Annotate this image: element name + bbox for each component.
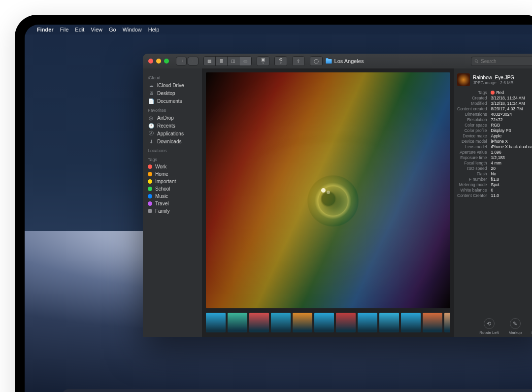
content-area [202,68,454,337]
meta-key: Flash [457,171,487,176]
list-view-button[interactable]: ≣ [216,57,228,65]
sidebar: iCloud☁︎iCloud Drive🖥Desktop📄DocumentsFa… [143,68,202,337]
sidebar-item-downloads[interactable]: ⬇︎Downloads [143,137,202,145]
file-kind: JPEG image - 2.6 MB [473,80,514,85]
desktop-icon: 🖥 [148,90,154,96]
thumbnail[interactable] [271,313,291,332]
forward-button[interactable]: 〉 [188,57,199,65]
meta-value: 8/23/17, 4:03 PM [491,106,532,111]
sidebar-header: iCloud [143,72,202,81]
svg-line-1 [477,62,478,63]
window-title-text: Los Angeles [334,58,364,64]
preview-panel: Rainbow_Eye.JPG JPEG image - 2.6 MB Tags… [454,68,532,337]
menubar-items: FileEditViewGoWindowHelp [60,27,160,33]
quick-action-rotate-left[interactable]: ⟲Rotate Left [479,318,499,335]
sidebar-label: Home [155,171,168,177]
menubar-app[interactable]: Finder [37,27,54,33]
close-icon[interactable] [148,59,153,64]
meta-key: Color profile [457,128,487,133]
share-button[interactable]: ⇪ [293,57,304,65]
sidebar-item-icloud-drive[interactable]: ☁︎iCloud Drive [143,81,202,89]
meta-value: Spot [491,182,532,187]
meta-key: Created [457,96,487,100]
tag-dot-icon [148,164,152,169]
thumbnail[interactable] [314,313,334,332]
sidebar-item-desktop[interactable]: 🖥Desktop [143,89,202,97]
thumbnail[interactable] [293,313,312,332]
zoom-icon[interactable] [164,59,169,64]
thumbnail[interactable] [206,313,226,332]
meta-value: Display P3 [491,128,532,133]
meta-key: Dimensions [457,112,487,117]
thumbnail[interactable] [444,313,450,332]
sidebar-label: Applications [157,131,184,136]
thumbnail[interactable] [358,313,377,332]
sidebar-item-documents[interactable]: 📄Documents [143,97,202,105]
tag-dot-icon [148,187,152,191]
svg-point-0 [475,60,477,62]
thumbnail[interactable] [423,313,442,332]
sidebar-label: Desktop [157,91,175,96]
sidebar-item-applications[interactable]: ⒶApplications [143,130,202,137]
meta-value: Apple [491,133,532,138]
tag-dot-icon [148,209,152,213]
down-icon: ⬇︎ [148,138,154,144]
quick-action-markup[interactable]: ✎Markup [508,318,522,335]
meta-value: 11.0 [491,193,532,198]
icon-view-button[interactable]: ▦ [204,57,216,65]
sidebar-item-home[interactable]: Home [143,170,202,178]
sidebar-item-music[interactable]: Music [143,193,202,200]
search-icon [474,59,479,64]
sidebar-label: Important [155,179,176,184]
column-view-button[interactable]: ◫ [228,57,239,65]
menu-go[interactable]: Go [109,27,116,33]
thumbnail[interactable] [228,313,247,332]
sidebar-header: Favorites [143,105,202,114]
meta-value: 3/12/18, 11:34 AM [491,96,532,100]
meta-key: Focal length [457,161,487,165]
thumbnail[interactable] [249,313,269,332]
desktop: Finder FileEditViewGoWindowHelp 〈 〉 ▦ ≣ … [25,25,532,392]
file-name: Rainbow_Eye.JPG [473,75,514,80]
sidebar-item-recents[interactable]: 🕘Recents [143,122,202,130]
meta-value: f/1.8 [491,177,532,182]
group-button[interactable]: ▣ ˅ [257,57,269,65]
thumbnail[interactable] [379,313,399,332]
sidebar-label: Family [155,208,169,214]
sidebar-label: iCloud Drive [157,83,184,88]
menu-window[interactable]: Window [123,27,142,33]
search-input[interactable]: Search [471,57,532,66]
sidebar-item-important[interactable]: Important [143,178,202,185]
sidebar-item-work[interactable]: Work [143,163,202,170]
minimize-icon[interactable] [156,59,161,64]
tags-value[interactable]: Red [491,90,532,95]
meta-value: iPhone X [491,139,532,144]
thumbnail-strip [206,312,450,333]
sidebar-item-family[interactable]: Family [143,207,202,215]
sidebar-item-travel[interactable]: Travel [143,200,202,207]
meta-key: Aperture value [457,150,487,155]
window-controls [143,59,169,64]
action-button[interactable]: ⚙ ˅ [275,57,287,65]
meta-key: Metering mode [457,182,487,187]
thumbnail[interactable] [336,313,356,332]
tags-button[interactable]: ◯ [310,57,322,65]
gallery-preview[interactable] [206,72,450,308]
meta-value: 4 mm [491,161,532,165]
sidebar-item-school[interactable]: School [143,185,202,193]
sidebar-item-airdrop[interactable]: ◎AirDrop [143,114,202,122]
quick-actions: ⟲Rotate Left✎Markup⋯More... [479,318,532,335]
menu-file[interactable]: File [60,27,69,33]
meta-key: Color space [457,123,487,128]
meta-value: iPhone X back dual camera 4mm f/1.8 [491,144,532,149]
menu-view[interactable]: View [91,27,102,33]
thumbnail[interactable] [401,313,421,332]
menu-edit[interactable]: Edit [75,27,84,33]
back-button[interactable]: 〈 [176,57,187,65]
meta-key: Lens model [457,144,487,149]
gallery-view-button[interactable]: ▭ [239,57,251,65]
meta-key: Content Creator [457,193,487,198]
meta-key: F number [457,177,487,182]
menu-help[interactable]: Help [148,27,160,33]
device-frame: Finder FileEditViewGoWindowHelp 〈 〉 ▦ ≣ … [15,15,532,392]
